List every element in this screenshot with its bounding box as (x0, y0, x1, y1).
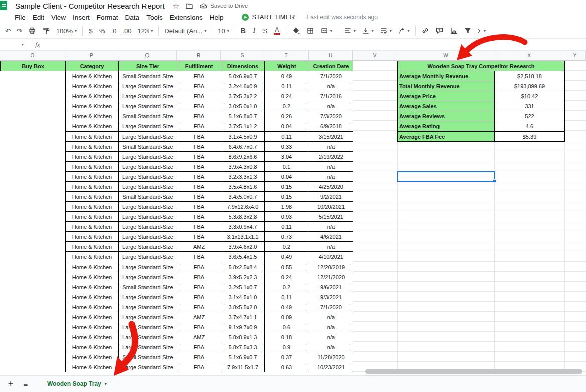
name-box[interactable]: ▾ (0, 39, 28, 50)
table-cell[interactable]: FBA (177, 152, 221, 162)
table-cell[interactable]: 7/1/2020 (309, 302, 353, 312)
table-cell[interactable]: Large Standard-Size (119, 342, 177, 352)
table-cell[interactable]: Small Standard-Size (119, 71, 177, 81)
table-cell[interactable]: 5.1x6.8x0.7 (221, 111, 265, 121)
table-cell[interactable]: 12/20/2019 (309, 262, 353, 272)
table-cell[interactable]: n/a (309, 172, 353, 182)
data-table-header-cell[interactable]: Creation Date (309, 61, 353, 71)
table-cell[interactable]: 5.1x6.9x0.7 (221, 352, 265, 362)
table-cell[interactable]: Home & Kitchen (66, 312, 119, 322)
selected-cell[interactable] (397, 171, 495, 182)
table-cell[interactable]: n/a (309, 342, 353, 352)
summary-label-cell[interactable]: Average Reviews (398, 111, 495, 121)
column-header-T[interactable]: T (264, 51, 309, 61)
format-percent-button[interactable]: % (96, 25, 108, 37)
table-cell[interactable]: Home & Kitchen (66, 212, 119, 222)
table-cell[interactable]: n/a (309, 322, 353, 332)
add-sheet-button[interactable]: + (3, 379, 18, 389)
text-wrap-icon[interactable]: ▾ (377, 25, 395, 37)
table-cell[interactable]: Large Standard-Size (119, 302, 177, 312)
menu-view[interactable]: View (48, 14, 69, 21)
table-cell[interactable]: FBA (177, 182, 221, 192)
column-header-W[interactable]: W (397, 51, 494, 61)
column-header-O[interactable]: O (0, 51, 65, 61)
insert-chart-icon[interactable] (447, 25, 461, 37)
table-cell[interactable]: Home & Kitchen (66, 242, 119, 252)
summary-value-cell[interactable]: 331 (495, 101, 565, 111)
strikethrough-button[interactable]: S (260, 25, 271, 37)
font-select[interactable]: Default (Ari...▾ (161, 25, 209, 37)
insert-link-icon[interactable] (418, 25, 432, 37)
table-cell[interactable]: Home & Kitchen (66, 152, 119, 162)
table-cell[interactable]: 0.6 (265, 322, 309, 332)
table-cell[interactable]: 6.4x6.7x0.7 (221, 142, 265, 152)
decrease-decimal-button[interactable]: .0 (108, 25, 120, 37)
table-cell[interactable]: 11/28/2020 (309, 352, 353, 362)
table-cell[interactable]: 10/23/2021 (309, 362, 353, 372)
table-cell[interactable]: Home & Kitchen (66, 202, 119, 212)
table-cell[interactable]: Home & Kitchen (66, 81, 119, 91)
data-table-header-cell[interactable]: Dimensions (221, 61, 265, 71)
table-cell[interactable]: Home & Kitchen (66, 142, 119, 152)
data-table-header-cell[interactable]: Size Tier (119, 61, 177, 71)
cloud-saved-icon[interactable] (199, 2, 207, 10)
table-cell[interactable]: n/a (309, 222, 353, 232)
table-cell[interactable]: 3.7x5.1x1.2 (221, 121, 265, 132)
table-cell[interactable]: Large Standard-Size (119, 312, 177, 322)
move-folder-icon[interactable] (185, 2, 193, 10)
summary-table-title[interactable]: Wooden Soap Tray Competitor Research (398, 61, 565, 71)
table-cell[interactable]: Large Standard-Size (119, 322, 177, 332)
table-cell[interactable]: 0.24 (265, 272, 309, 282)
summary-value-cell[interactable]: $10.42 (495, 91, 565, 101)
table-cell[interactable]: Home & Kitchen (66, 91, 119, 101)
table-cell[interactable]: 0.49 (265, 252, 309, 262)
table-cell[interactable]: Large Standard-Size (119, 202, 177, 212)
table-cell[interactable]: 0.49 (265, 302, 309, 312)
text-color-button[interactable]: A (271, 25, 283, 37)
table-cell[interactable]: Large Standard-Size (119, 101, 177, 111)
merge-cells-icon[interactable]: ▾ (317, 25, 335, 37)
table-cell[interactable]: 3.7x5.3x2.2 (221, 91, 265, 101)
table-cell[interactable]: 3.1x4.5x0.9 (221, 132, 265, 142)
table-cell[interactable]: Small Standard-Size (119, 142, 177, 152)
undo-icon[interactable]: ↶ (2, 25, 14, 37)
table-cell[interactable]: 7/1/2016 (309, 91, 353, 101)
table-cell[interactable]: 3.8x5.5x2.0 (221, 302, 265, 312)
table-cell[interactable]: 0.2 (265, 242, 309, 252)
table-cell[interactable]: FBA (177, 292, 221, 302)
increase-decimal-button[interactable]: .00 (119, 25, 134, 37)
table-cell[interactable]: 3/15/2021 (309, 132, 353, 142)
data-table-header-cell[interactable]: Buy Box (1, 61, 66, 71)
fill-handle[interactable] (493, 179, 496, 183)
table-cell[interactable]: Large Standard-Size (119, 242, 177, 252)
table-cell[interactable]: FBA (177, 322, 221, 332)
table-cell[interactable]: 3.9x5.2x2.3 (221, 272, 265, 282)
table-cell[interactable]: 3.3x0.9x4.7 (221, 222, 265, 232)
menu-extensions[interactable]: Extensions (166, 14, 206, 21)
table-cell[interactable]: Small Standard-Size (119, 192, 177, 202)
table-cell[interactable]: n/a (309, 81, 353, 91)
data-table-header-cell[interactable]: Weight (265, 61, 309, 71)
table-cell[interactable]: Large Standard-Size (119, 162, 177, 172)
table-cell[interactable]: Small Standard-Size (119, 111, 177, 121)
table-cell[interactable]: Large Standard-Size (119, 252, 177, 262)
table-cell[interactable]: n/a (309, 332, 353, 342)
table-cell[interactable]: 0.9 (265, 342, 309, 352)
table-cell[interactable]: Home & Kitchen (66, 232, 119, 242)
table-cell[interactable]: FBA (177, 222, 221, 232)
start-timer-button[interactable]: ▶ START TIMER (242, 14, 295, 21)
menu-edit[interactable]: Edit (29, 14, 48, 21)
summary-label-cell[interactable]: Average Price (398, 91, 495, 101)
fill-color-icon[interactable] (289, 25, 303, 37)
table-cell[interactable]: FBA (177, 142, 221, 152)
table-cell[interactable]: 0.49 (265, 71, 309, 81)
table-cell[interactable]: 9.1x9.7x0.9 (221, 322, 265, 332)
summary-label-cell[interactable]: Average FBA Fee (398, 132, 495, 142)
table-cell[interactable]: 1.98 (265, 202, 309, 212)
table-cell[interactable]: 0.15 (265, 192, 309, 202)
italic-button[interactable]: I (249, 25, 260, 37)
table-cell[interactable]: 0.26 (265, 111, 309, 121)
table-cell[interactable]: Large Standard-Size (119, 362, 177, 372)
table-cell[interactable]: FBA (177, 81, 221, 91)
data-table-header-cell[interactable]: Category (66, 61, 119, 71)
